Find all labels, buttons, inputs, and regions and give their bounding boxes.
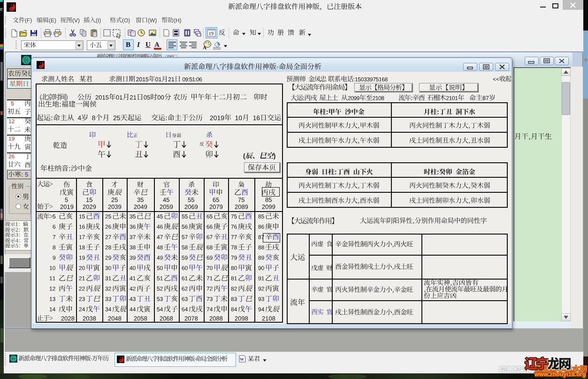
svg-text:19: 19 (208, 31, 214, 36)
svg-text:8: 8 (129, 30, 131, 35)
svg-text:W: W (240, 357, 244, 362)
svg-text:7: 7 (132, 31, 134, 36)
svg-text:A: A (203, 45, 206, 50)
